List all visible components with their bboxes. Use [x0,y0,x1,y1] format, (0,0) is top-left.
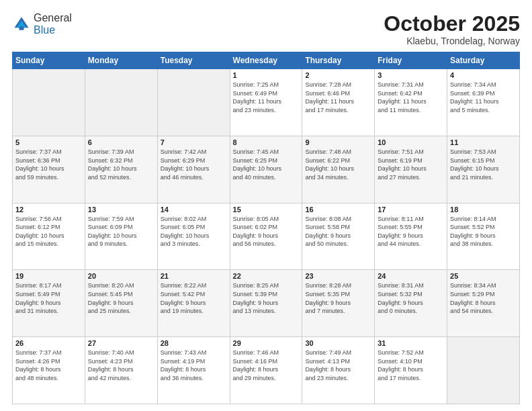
day-number: 16 [305,205,371,214]
calendar-day-cell: 2Sunrise: 7:28 AMSunset: 6:46 PMDaylight… [302,69,375,136]
day-info: Sunrise: 7:25 AMSunset: 6:49 PMDaylight:… [233,81,300,114]
calendar-day-cell: 20Sunrise: 8:20 AMSunset: 5:45 PMDayligh… [85,270,157,337]
svg-rect-2 [19,27,24,30]
calendar-day-cell [157,69,230,136]
day-number: 8 [233,138,300,146]
calendar-day-header: Sunday [13,52,85,69]
calendar-day-cell: 29Sunrise: 7:46 AMSunset: 4:16 PMDayligh… [230,337,302,404]
day-info: Sunrise: 8:05 AMSunset: 6:02 PMDaylight:… [233,215,300,248]
day-number: 31 [378,339,444,347]
calendar-week-row: 1Sunrise: 7:25 AMSunset: 6:49 PMDaylight… [13,69,520,136]
calendar-day-header: Tuesday [157,52,230,69]
day-number: 2 [305,71,371,79]
logo: General Blue [12,12,72,36]
location: Klaebu, Trondelag, Norway [384,36,520,46]
day-info: Sunrise: 7:48 AMSunset: 6:22 PMDaylight:… [305,148,371,181]
calendar-day-cell: 14Sunrise: 8:02 AMSunset: 6:05 PMDayligh… [157,203,230,270]
month-title: October 2025 [384,12,520,36]
day-number: 6 [88,138,154,146]
calendar-day-cell: 11Sunrise: 7:53 AMSunset: 6:15 PMDayligh… [447,136,520,203]
calendar-day-cell: 25Sunrise: 8:34 AMSunset: 5:29 PMDayligh… [447,270,520,337]
day-number: 21 [161,272,227,280]
day-info: Sunrise: 7:42 AMSunset: 6:29 PMDaylight:… [161,148,227,181]
day-info: Sunrise: 7:53 AMSunset: 6:15 PMDaylight:… [450,148,517,181]
day-info: Sunrise: 8:34 AMSunset: 5:29 PMDaylight:… [450,281,517,315]
day-number: 4 [450,71,517,79]
day-info: Sunrise: 8:08 AMSunset: 5:58 PMDaylight:… [305,215,371,248]
calendar-table: SundayMondayTuesdayWednesdayThursdayFrid… [12,52,520,404]
day-info: Sunrise: 8:17 AMSunset: 5:49 PMDaylight:… [15,281,82,315]
day-number: 1 [233,71,300,79]
day-number: 30 [305,339,371,347]
day-info: Sunrise: 8:20 AMSunset: 5:45 PMDaylight:… [88,281,154,315]
calendar-header-row: SundayMondayTuesdayWednesdayThursdayFrid… [13,52,520,69]
calendar-day-cell: 16Sunrise: 8:08 AMSunset: 5:58 PMDayligh… [302,203,375,270]
day-info: Sunrise: 7:40 AMSunset: 4:23 PMDaylight:… [88,349,154,382]
day-number: 10 [378,138,444,146]
day-number: 28 [161,339,227,347]
day-number: 7 [161,138,227,146]
title-block: October 2025 Klaebu, Trondelag, Norway [384,12,520,46]
day-info: Sunrise: 7:37 AMSunset: 6:36 PMDaylight:… [15,148,82,181]
day-number: 20 [88,272,154,280]
day-info: Sunrise: 8:25 AMSunset: 5:39 PMDaylight:… [233,281,300,315]
calendar-day-header: Wednesday [230,52,302,69]
day-info: Sunrise: 7:37 AMSunset: 4:26 PMDaylight:… [15,349,82,382]
logo-general: General [34,12,72,24]
calendar-day-cell [447,337,520,404]
calendar-day-cell: 21Sunrise: 8:22 AMSunset: 5:42 PMDayligh… [157,270,230,337]
day-number: 12 [15,205,82,214]
day-number: 11 [450,138,517,146]
calendar-week-row: 5Sunrise: 7:37 AMSunset: 6:36 PMDaylight… [13,136,520,203]
day-info: Sunrise: 8:28 AMSunset: 5:35 PMDaylight:… [305,281,371,315]
calendar-day-cell: 10Sunrise: 7:51 AMSunset: 6:19 PMDayligh… [375,136,447,203]
calendar-day-cell: 24Sunrise: 8:31 AMSunset: 5:32 PMDayligh… [375,270,447,337]
calendar-day-cell: 28Sunrise: 7:43 AMSunset: 4:19 PMDayligh… [157,337,230,404]
header: General Blue October 2025 Klaebu, Tronde… [12,12,520,46]
calendar-day-cell: 8Sunrise: 7:45 AMSunset: 6:25 PMDaylight… [230,136,302,203]
logo-icon [12,15,31,34]
calendar-day-cell: 27Sunrise: 7:40 AMSunset: 4:23 PMDayligh… [85,337,157,404]
calendar-day-cell: 30Sunrise: 7:49 AMSunset: 4:13 PMDayligh… [302,337,375,404]
day-info: Sunrise: 7:59 AMSunset: 6:09 PMDaylight:… [88,215,154,248]
calendar-day-cell: 26Sunrise: 7:37 AMSunset: 4:26 PMDayligh… [13,337,85,404]
day-info: Sunrise: 8:11 AMSunset: 5:55 PMDaylight:… [378,215,444,248]
day-info: Sunrise: 7:46 AMSunset: 4:16 PMDaylight:… [233,349,300,382]
day-number: 9 [305,138,371,146]
calendar-day-cell: 12Sunrise: 7:56 AMSunset: 6:12 PMDayligh… [13,203,85,270]
day-info: Sunrise: 8:02 AMSunset: 6:05 PMDaylight:… [161,215,227,248]
calendar-day-cell: 13Sunrise: 7:59 AMSunset: 6:09 PMDayligh… [85,203,157,270]
day-number: 3 [378,71,444,79]
logo-text: General Blue [34,12,72,36]
calendar-day-cell: 5Sunrise: 7:37 AMSunset: 6:36 PMDaylight… [13,136,85,203]
day-info: Sunrise: 8:14 AMSunset: 5:52 PMDaylight:… [450,215,517,248]
day-number: 22 [233,272,300,280]
day-number: 19 [15,272,82,280]
day-info: Sunrise: 7:52 AMSunset: 4:10 PMDaylight:… [378,349,444,382]
day-info: Sunrise: 7:45 AMSunset: 6:25 PMDaylight:… [233,148,300,181]
calendar-day-cell: 19Sunrise: 8:17 AMSunset: 5:49 PMDayligh… [13,270,85,337]
day-info: Sunrise: 7:56 AMSunset: 6:12 PMDaylight:… [15,215,82,248]
logo-blue: Blue [34,24,55,36]
day-number: 25 [450,272,517,280]
day-number: 15 [233,205,300,214]
calendar-day-cell: 4Sunrise: 7:34 AMSunset: 6:39 PMDaylight… [447,69,520,136]
calendar-day-cell: 22Sunrise: 8:25 AMSunset: 5:39 PMDayligh… [230,270,302,337]
day-number: 13 [88,205,154,214]
day-number: 23 [305,272,371,280]
calendar-day-cell: 6Sunrise: 7:39 AMSunset: 6:32 PMDaylight… [85,136,157,203]
calendar-day-cell: 3Sunrise: 7:31 AMSunset: 6:42 PMDaylight… [375,69,447,136]
calendar-day-cell: 31Sunrise: 7:52 AMSunset: 4:10 PMDayligh… [375,337,447,404]
day-info: Sunrise: 7:34 AMSunset: 6:39 PMDaylight:… [450,81,517,114]
calendar-day-cell [13,69,85,136]
day-info: Sunrise: 7:49 AMSunset: 4:13 PMDaylight:… [305,349,371,382]
calendar-day-cell: 15Sunrise: 8:05 AMSunset: 6:02 PMDayligh… [230,203,302,270]
calendar-week-row: 12Sunrise: 7:56 AMSunset: 6:12 PMDayligh… [13,203,520,270]
calendar-day-cell: 23Sunrise: 8:28 AMSunset: 5:35 PMDayligh… [302,270,375,337]
day-number: 29 [233,339,300,347]
calendar-day-cell: 7Sunrise: 7:42 AMSunset: 6:29 PMDaylight… [157,136,230,203]
day-info: Sunrise: 8:22 AMSunset: 5:42 PMDaylight:… [161,281,227,315]
day-number: 24 [378,272,444,280]
day-info: Sunrise: 7:51 AMSunset: 6:19 PMDaylight:… [378,148,444,181]
day-info: Sunrise: 7:39 AMSunset: 6:32 PMDaylight:… [88,148,154,181]
